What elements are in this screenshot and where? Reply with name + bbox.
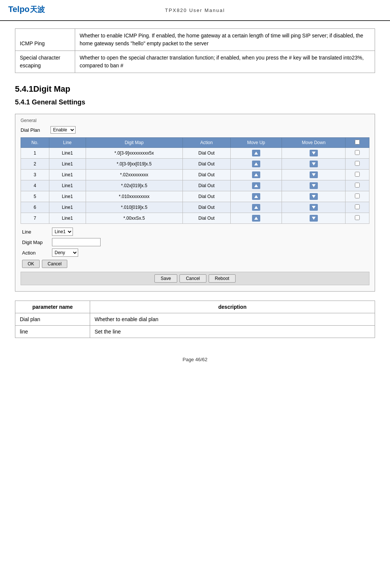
general-label: General — [21, 118, 369, 123]
param-name-special: Special character escaping — [15, 51, 75, 73]
form-ok-button[interactable]: OK — [22, 260, 40, 268]
cell-checkbox[interactable] — [346, 202, 369, 213]
table-row: ICMP Ping Whether to enable ICMP Ping. I… — [15, 29, 375, 51]
svg-marker-10 — [254, 195, 258, 198]
cell-move-down[interactable] — [282, 191, 346, 202]
cell-move-up[interactable] — [230, 180, 282, 191]
row-checkbox[interactable] — [355, 161, 360, 166]
svg-marker-11 — [312, 195, 316, 198]
col-checkbox-header — [346, 138, 369, 148]
row-checkbox[interactable] — [355, 150, 360, 155]
top-params-table: ICMP Ping Whether to enable ICMP Ping. I… — [15, 28, 375, 73]
cell-move-down[interactable] — [282, 213, 346, 224]
cell-digit-map: *.0[3-9]xx[019]x.5 — [86, 159, 182, 170]
cell-digit-map: *.010xxxxxxxxx — [86, 191, 182, 202]
move-up-button[interactable] — [252, 204, 260, 211]
cell-move-up[interactable] — [230, 148, 282, 159]
move-down-button[interactable] — [310, 161, 318, 167]
move-up-button[interactable] — [252, 193, 260, 200]
cell-checkbox[interactable] — [346, 191, 369, 202]
digit-table-row: 4 Line1 *.02x[019]x.5 Dial Out — [21, 180, 369, 191]
cell-move-up[interactable] — [230, 159, 282, 170]
param-header-row: parameter name description — [15, 301, 375, 313]
move-down-button[interactable] — [310, 171, 318, 178]
cell-move-down[interactable] — [282, 148, 346, 159]
form-digit-label: Digit Map — [22, 240, 52, 245]
move-down-button[interactable] — [310, 215, 318, 222]
move-down-button[interactable] — [310, 182, 318, 189]
logo-area: Telpo 天波 — [7, 2, 49, 18]
cell-move-up[interactable] — [230, 191, 282, 202]
cell-move-down[interactable] — [282, 202, 346, 213]
param-table-row: line Set the line — [15, 326, 375, 338]
cell-checkbox[interactable] — [346, 170, 369, 180]
cell-no: 7 — [21, 213, 49, 224]
section-heading-1: 5.4.1Digit Map — [15, 84, 375, 94]
move-down-button[interactable] — [310, 204, 318, 211]
move-up-button[interactable] — [252, 182, 260, 189]
cell-checkbox[interactable] — [346, 159, 369, 170]
cell-checkbox[interactable] — [346, 213, 369, 224]
svg-marker-4 — [254, 162, 258, 165]
cell-move-up[interactable] — [230, 170, 282, 180]
dial-plan-row: Dial Plan Enable Disable — [21, 126, 369, 134]
cell-move-up[interactable] — [230, 213, 282, 224]
page-title: TPX820 User Manual — [165, 7, 225, 13]
param-row-name: line — [15, 326, 90, 338]
cell-checkbox[interactable] — [346, 180, 369, 191]
row-checkbox[interactable] — [355, 215, 360, 220]
cell-no: 5 — [21, 191, 49, 202]
form-buttons: OK Cancel — [22, 260, 368, 268]
move-up-button[interactable] — [252, 171, 260, 178]
svg-marker-9 — [312, 184, 316, 187]
cell-checkbox[interactable] — [346, 148, 369, 159]
form-cancel-button[interactable]: Cancel — [42, 260, 67, 268]
form-line-label: Line — [22, 229, 52, 235]
param-row-desc: Whether to enable dial plan — [90, 313, 375, 326]
save-button[interactable]: Save — [154, 274, 177, 283]
dial-plan-select[interactable]: Enable Disable — [50, 126, 76, 134]
col-move-down: Move Down — [282, 138, 346, 148]
svg-marker-6 — [254, 173, 258, 176]
cell-no: 2 — [21, 159, 49, 170]
svg-marker-5 — [312, 162, 316, 165]
move-down-button[interactable] — [310, 150, 318, 156]
move-up-button[interactable] — [252, 150, 260, 156]
form-action-row: Action Deny Allow Dial Out — [22, 249, 368, 257]
col-action: Action — [182, 138, 230, 148]
param-col-name: parameter name — [15, 301, 90, 313]
cell-line: Line1 — [49, 159, 86, 170]
digit-table-row: 2 Line1 *.0[3-9]xx[019]x.5 Dial Out — [21, 159, 369, 170]
col-no: No. — [21, 138, 49, 148]
cell-move-down[interactable] — [282, 159, 346, 170]
table-header-row: No. Line Digit Map Action Move Up Move D… — [21, 138, 369, 148]
content-area: ICMP Ping Whether to enable ICMP Ping. I… — [0, 21, 390, 345]
row-checkbox[interactable] — [355, 204, 360, 209]
section-heading-2: 5.4.1 General Settings — [15, 98, 375, 106]
param-name-icmp: ICMP Ping — [15, 29, 75, 51]
cell-digit-map: *.0[3-9]xxxxxxxxx5x — [86, 148, 182, 159]
cell-move-down[interactable] — [282, 170, 346, 180]
page-footer: Page 46/62 — [0, 357, 390, 362]
cell-line: Line1 — [49, 202, 86, 213]
form-line-select[interactable]: Line1 Line2 — [52, 228, 73, 236]
row-checkbox[interactable] — [355, 183, 360, 188]
cell-move-down[interactable] — [282, 180, 346, 191]
page-header: Telpo 天波 TPX820 User Manual — [0, 0, 390, 21]
form-action-select[interactable]: Deny Allow Dial Out — [52, 249, 78, 257]
cancel-button[interactable]: Cancel — [179, 274, 206, 283]
cell-line: Line1 — [49, 170, 86, 180]
cell-no: 1 — [21, 148, 49, 159]
row-checkbox[interactable] — [355, 172, 360, 177]
select-all-checkbox[interactable] — [355, 140, 360, 144]
move-up-button[interactable] — [252, 161, 260, 167]
reboot-button[interactable]: Reboot — [209, 274, 236, 283]
cell-action: Dial Out — [182, 191, 230, 202]
cell-action: Dial Out — [182, 159, 230, 170]
move-up-button[interactable] — [252, 215, 260, 222]
digit-table-row: 5 Line1 *.010xxxxxxxxx Dial Out — [21, 191, 369, 202]
move-down-button[interactable] — [310, 193, 318, 200]
cell-move-up[interactable] — [230, 202, 282, 213]
form-digit-input[interactable] — [52, 238, 101, 246]
row-checkbox[interactable] — [355, 194, 360, 198]
